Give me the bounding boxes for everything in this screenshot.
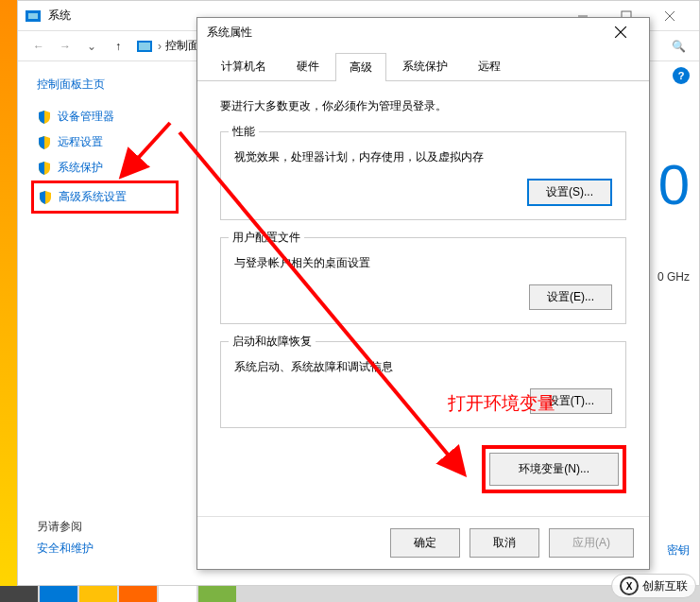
partial-text: 0 GHz bbox=[657, 270, 690, 284]
tab-computer-name[interactable]: 计算机名 bbox=[207, 52, 281, 80]
annotation-text: 打开环境变量 bbox=[448, 391, 555, 416]
address-icon bbox=[137, 41, 152, 52]
intro-text: 要进行大多数更改，你必须作为管理员登录。 bbox=[220, 98, 626, 114]
tab-system-protection[interactable]: 系统保护 bbox=[388, 52, 462, 80]
tab-advanced[interactable]: 高级 bbox=[335, 53, 386, 81]
shield-icon bbox=[37, 110, 52, 125]
see-also-section: 另请参阅 安全和维护 bbox=[37, 519, 94, 557]
cancel-button[interactable]: 取消 bbox=[470, 528, 539, 558]
profile-settings-button[interactable]: 设置(E)... bbox=[529, 284, 612, 310]
control-panel-home-link[interactable]: 控制面板主页 bbox=[37, 77, 188, 93]
forward-button[interactable]: → bbox=[52, 33, 78, 60]
sidebar: 控制面板主页 设备管理器 远程设置 系统保护 高级系统设置 另请参阅 安全和维护 bbox=[18, 61, 188, 585]
group-description: 系统启动、系统故障和调试信息 bbox=[234, 359, 612, 375]
startup-recovery-group: 启动和故障恢复 系统启动、系统故障和调试信息 设置(T)... bbox=[220, 341, 626, 428]
performance-settings-button[interactable]: 设置(S)... bbox=[527, 179, 612, 206]
watermark: X 创新互联 bbox=[611, 574, 696, 598]
see-also-title: 另请参阅 bbox=[37, 519, 94, 535]
sidebar-item-label: 系统保护 bbox=[58, 160, 103, 176]
system-properties-dialog: 系统属性 计算机名 硬件 高级 系统保护 远程 要进行大多数更改，你必须作为管理… bbox=[196, 17, 650, 570]
shield-icon bbox=[37, 161, 52, 176]
watermark-text: 创新互联 bbox=[642, 578, 688, 594]
watermark-logo-icon: X bbox=[620, 576, 639, 595]
user-profile-group: 用户配置文件 与登录帐户相关的桌面设置 设置(E)... bbox=[220, 237, 626, 324]
dialog-titlebar: 系统属性 bbox=[197, 18, 649, 46]
group-description: 视觉效果，处理器计划，内存使用，以及虚拟内存 bbox=[234, 149, 612, 165]
shield-icon bbox=[37, 135, 52, 150]
security-maintenance-link[interactable]: 安全和维护 bbox=[37, 541, 94, 557]
sidebar-item-system-protection[interactable]: 系统保护 bbox=[37, 155, 188, 181]
window-title: 系统 bbox=[48, 8, 71, 24]
close-button[interactable] bbox=[602, 19, 640, 45]
taskbar bbox=[0, 586, 700, 602]
shield-icon bbox=[38, 190, 53, 205]
sidebar-item-advanced-settings[interactable]: 高级系统设置 bbox=[31, 181, 179, 214]
tab-hardware[interactable]: 硬件 bbox=[282, 52, 333, 80]
breadcrumb-sep: › bbox=[158, 40, 162, 53]
desktop-background-strip bbox=[0, 0, 17, 602]
help-icon[interactable]: ? bbox=[673, 67, 690, 84]
partial-link[interactable]: 密钥 bbox=[667, 542, 690, 559]
performance-group: 性能 视觉效果，处理器计划，内存使用，以及虚拟内存 设置(S)... bbox=[220, 131, 626, 220]
dialog-footer: 确定 取消 应用(A) bbox=[197, 516, 649, 569]
sidebar-item-remote-settings[interactable]: 远程设置 bbox=[37, 129, 188, 155]
env-vars-highlight: 环境变量(N)... bbox=[482, 445, 626, 493]
recent-dropdown[interactable]: ⌄ bbox=[78, 33, 105, 60]
dialog-title: 系统属性 bbox=[207, 25, 252, 41]
sidebar-item-label: 设备管理器 bbox=[58, 109, 114, 125]
apply-button[interactable]: 应用(A) bbox=[549, 528, 634, 558]
search-icon[interactable]: 🔍 bbox=[672, 40, 691, 53]
up-button[interactable]: ↑ bbox=[105, 33, 131, 60]
sidebar-item-label: 远程设置 bbox=[58, 134, 103, 150]
group-title: 用户配置文件 bbox=[229, 230, 304, 246]
group-description: 与登录帐户相关的桌面设置 bbox=[234, 255, 612, 271]
sidebar-item-device-manager[interactable]: 设备管理器 bbox=[37, 104, 188, 129]
ok-button[interactable]: 确定 bbox=[390, 528, 460, 558]
group-title: 性能 bbox=[229, 124, 259, 140]
back-button[interactable]: ← bbox=[26, 33, 52, 60]
environment-variables-button[interactable]: 环境变量(N)... bbox=[489, 453, 619, 486]
partial-text: 0 bbox=[658, 152, 690, 217]
system-icon bbox=[26, 10, 41, 22]
close-button[interactable] bbox=[648, 2, 691, 30]
tab-bar: 计算机名 硬件 高级 系统保护 远程 bbox=[197, 52, 649, 81]
tab-remote[interactable]: 远程 bbox=[464, 52, 515, 80]
group-title: 启动和故障恢复 bbox=[229, 334, 316, 350]
sidebar-item-label: 高级系统设置 bbox=[59, 189, 127, 205]
